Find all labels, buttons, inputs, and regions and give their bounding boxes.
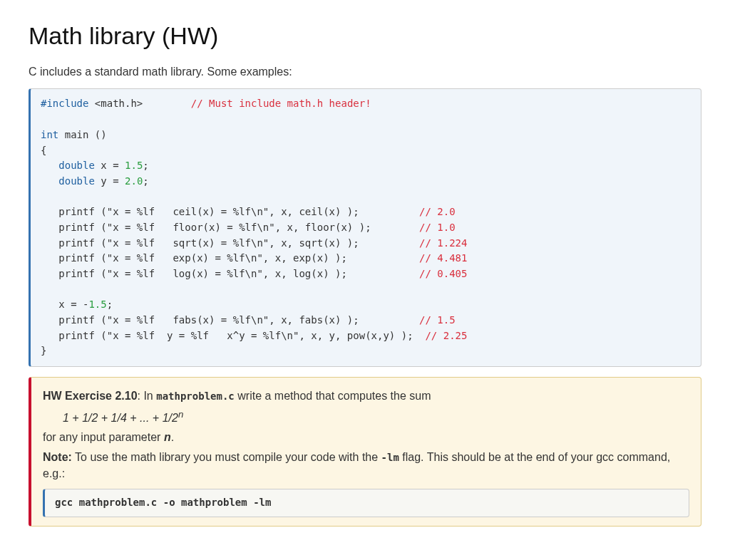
exercise-note: Note: To use the math library you must c… bbox=[43, 449, 689, 482]
exercise-box: HW Exercise 2.10: In mathproblem.c write… bbox=[29, 377, 701, 527]
exercise-param: n bbox=[164, 431, 171, 443]
exercise-filename: mathproblem.c bbox=[156, 390, 235, 402]
exercise-line-2: for any input parameter n. bbox=[43, 429, 689, 445]
code-block: #include <math.h> // Must include math.h… bbox=[29, 88, 701, 367]
exercise-line-1: HW Exercise 2.10: In mathproblem.c write… bbox=[43, 388, 689, 405]
token-header: <math.h> bbox=[88, 98, 143, 109]
token-include: #include bbox=[41, 98, 88, 109]
token-int: int bbox=[41, 129, 58, 140]
exercise-command: gcc mathproblem.c -o mathproblem -lm bbox=[55, 497, 271, 508]
code-content: #include <math.h> // Must include math.h… bbox=[41, 98, 467, 356]
token-comment: // Must include math.h header! bbox=[191, 98, 371, 109]
note-flag: -lm bbox=[381, 452, 399, 463]
page: Math library (HW) C includes a standard … bbox=[0, 0, 730, 560]
exercise-formula: 1 + 1/2 + 1/4 + ... + 1/2n bbox=[63, 408, 689, 427]
exercise-command-block: gcc mathproblem.c -o mathproblem -lm bbox=[43, 489, 689, 517]
page-title: Math library (HW) bbox=[29, 19, 701, 53]
intro-text: C includes a standard math library. Some… bbox=[29, 63, 701, 80]
exercise-label: HW Exercise 2.10 bbox=[43, 390, 138, 402]
note-label: Note: bbox=[43, 451, 72, 463]
